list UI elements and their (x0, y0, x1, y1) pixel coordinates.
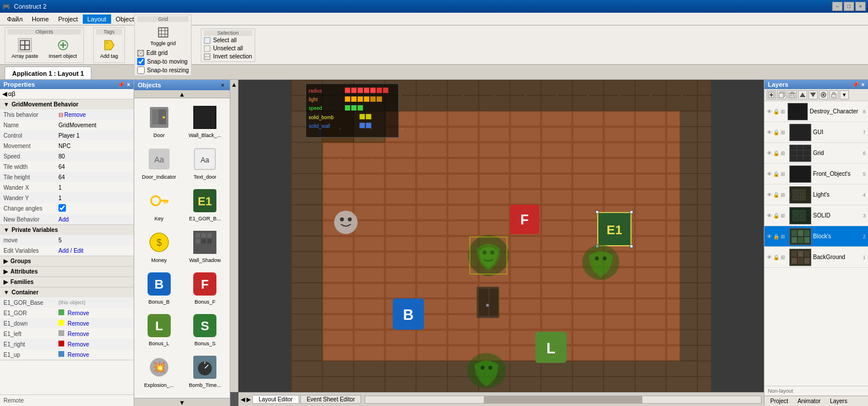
object-wall-shadow[interactable]: Wall_Shadow (183, 226, 228, 266)
layer-2-eye-icon[interactable]: 👁 (767, 234, 772, 239)
layers-lock-all-btn[interactable] (829, 90, 838, 99)
snap-to-resizing-check[interactable]: Snap-to resizing (137, 67, 189, 74)
add-tag-btn[interactable]: Add tag (96, 36, 122, 61)
object-flower[interactable]: Flower (137, 392, 182, 398)
e1-down-remove[interactable]: Remove (68, 320, 89, 327)
layers-add-btn[interactable] (767, 90, 776, 99)
private-variables-header[interactable]: ▼ Private Variables (0, 225, 134, 235)
layer-3-lock-icon[interactable]: 🔒 (773, 213, 779, 219)
groups-header[interactable]: ▶ Groups (0, 256, 134, 266)
layout-tab[interactable]: Application 1 : Layout 1 (5, 67, 91, 79)
layer-5-eye-icon[interactable]: 👁 (767, 171, 772, 177)
layers-move-up-btn[interactable] (798, 90, 807, 99)
e1-right-remove[interactable]: Remove (68, 341, 89, 348)
layers-delete-btn[interactable] (788, 90, 797, 99)
insert-object-btn[interactable]: Insert object (45, 36, 81, 61)
layer-front-objects[interactable]: 👁 🔒 ⊞ Front_Object's 5 (764, 164, 868, 184)
layer-4-lock-icon[interactable]: 🔒 (773, 192, 779, 198)
layer-1-lock-icon[interactable]: 🔒 (773, 254, 779, 260)
container-header[interactable]: ▼ Container (0, 287, 134, 297)
layer-4-eye-icon[interactable]: 👁 (767, 192, 772, 198)
layer-5-grid-icon[interactable]: ⊞ (781, 171, 785, 177)
object-bonus-l[interactable]: L Bonus_L (137, 309, 182, 349)
change-angles-checkbox[interactable] (58, 204, 66, 212)
menu-home[interactable]: Home (27, 14, 53, 24)
snap-moving-checkbox[interactable] (137, 58, 145, 65)
menu-file[interactable]: Файл (2, 14, 27, 24)
layer-6-eye-icon[interactable]: 👁 (767, 150, 772, 156)
nav-alpha-icon[interactable]: αβ (8, 90, 16, 98)
close-btn[interactable]: × (855, 2, 866, 11)
layer-destroy-character[interactable]: 👁 🔒 ⊞ Destroy_Character 8 (764, 101, 868, 122)
layers-expand-btn[interactable]: ▼ (840, 90, 849, 99)
add-behavior-link[interactable]: Add (58, 216, 69, 223)
layer-grid[interactable]: 👁 🔒 ⊞ Grid 6 (764, 143, 868, 164)
behavior-header[interactable]: ▼ GridMovement Behavior (0, 99, 134, 109)
canvas-nav-right-btn[interactable]: ▶ (247, 396, 251, 403)
event-sheet-tab[interactable]: Event Sheet Editor (300, 395, 361, 404)
attributes-header[interactable]: ▶ Attributes (0, 267, 134, 276)
edit-variables-link[interactable]: Add / Edit (58, 248, 83, 254)
object-door-indicator[interactable]: Aa Door_Indicator (137, 142, 182, 183)
properties-close-icon[interactable]: × (127, 82, 130, 88)
layer-2-grid-icon[interactable]: ⊞ (781, 234, 785, 239)
invert-selection-btn[interactable]: Invert selection (204, 53, 252, 60)
animator-tab[interactable]: Animator (794, 397, 824, 405)
object-e1-gor[interactable]: E1 E1_GOR_B... (183, 184, 228, 224)
project-tab[interactable]: Project (767, 397, 792, 405)
layout-editor-tab[interactable]: Layout Editor (252, 395, 299, 404)
e1-gor-remove[interactable]: Remove (68, 310, 89, 316)
object-bonus-b[interactable]: B Bonus_B (137, 267, 182, 308)
object-bonus-f[interactable]: F Bonus_F (183, 267, 228, 308)
array-paste-btn[interactable]: Array paste (8, 36, 42, 61)
layer-solid[interactable]: 👁 🔒 ⊞ SOLID 3 (764, 205, 868, 226)
minimize-btn[interactable]: − (832, 2, 843, 11)
layers-show-all-btn[interactable] (819, 90, 828, 99)
canvas-scroll-left-btn[interactable]: ▲ (230, 80, 238, 392)
layer-2-lock-icon[interactable]: 🔒 (773, 234, 779, 239)
canvas-scrollbar-h[interactable] (365, 396, 762, 404)
objects-scroll-down-btn[interactable]: ▼ (134, 398, 230, 406)
layer-3-grid-icon[interactable]: ⊞ (781, 213, 785, 219)
layer-7-lock-icon[interactable]: 🔒 (773, 130, 779, 135)
families-header[interactable]: ▶ Families (0, 277, 134, 287)
layers-close-icon[interactable]: × (861, 82, 865, 88)
object-explosion[interactable]: 💥 Explosion_... (137, 350, 182, 391)
layer-gui[interactable]: 👁 🔒 ⊞ GUI 7 (764, 122, 868, 143)
snap-to-moving-check[interactable]: Snap-to moving (137, 58, 189, 65)
layers-pin-icon[interactable]: 📌 (852, 82, 859, 88)
layer-5-lock-icon[interactable]: 🔒 (773, 171, 779, 177)
layers-bottom-tab[interactable]: Layers (826, 397, 851, 405)
select-all-btn[interactable]: Select all (204, 37, 252, 44)
layer-6-lock-icon[interactable]: 🔒 (773, 150, 779, 156)
edit-grid-check[interactable]: Edit grid (137, 50, 189, 57)
objects-scroll-up-btn[interactable]: ▲ (134, 90, 230, 98)
game-viewport[interactable]: F E1 (238, 80, 764, 392)
layer-1-grid-icon[interactable]: ⊞ (781, 254, 785, 260)
nav-back-icon[interactable]: ◀ (2, 90, 7, 98)
layer-4-grid-icon[interactable]: ⊞ (781, 192, 785, 198)
maximize-btn[interactable]: □ (844, 2, 854, 11)
object-door[interactable]: Door (137, 101, 182, 141)
layers-copy-btn[interactable] (777, 90, 786, 99)
layer-background[interactable]: 👁 🔒 ⊞ BackGround 1 (764, 247, 868, 268)
layer-lights[interactable]: 👁 🔒 ⊞ Light's 4 (764, 184, 868, 205)
object-money[interactable]: $ Money (137, 226, 182, 266)
layer-3-eye-icon[interactable]: 👁 (767, 213, 772, 219)
object-wall-black[interactable]: Wall_Black_... (183, 101, 228, 141)
object-square[interactable]: Square (183, 392, 228, 398)
menu-project[interactable]: Project (53, 14, 82, 24)
objects-panel-close-btn[interactable]: × (219, 81, 226, 89)
object-text-door[interactable]: Aa Text_door (183, 142, 228, 183)
layer-8-lock-icon[interactable]: 🔒 (773, 109, 779, 115)
layer-8-grid-icon[interactable]: ⊞ (781, 109, 785, 115)
layer-7-eye-icon[interactable]: 👁 (767, 130, 772, 135)
layer-blocks[interactable]: 👁 🔒 ⊞ Block's 2 (764, 226, 868, 247)
e1-left-remove[interactable]: Remove (68, 331, 89, 337)
toggle-grid-btn[interactable]: Toggle grid (146, 23, 180, 49)
layers-move-down-btn[interactable] (808, 90, 818, 99)
canvas-nav-left-btn[interactable]: ◀ (241, 396, 245, 403)
object-bomb-time[interactable]: Bomb_Time... (183, 350, 228, 391)
snap-resizing-checkbox[interactable] (137, 67, 145, 74)
layer-7-grid-icon[interactable]: ⊞ (781, 130, 785, 135)
